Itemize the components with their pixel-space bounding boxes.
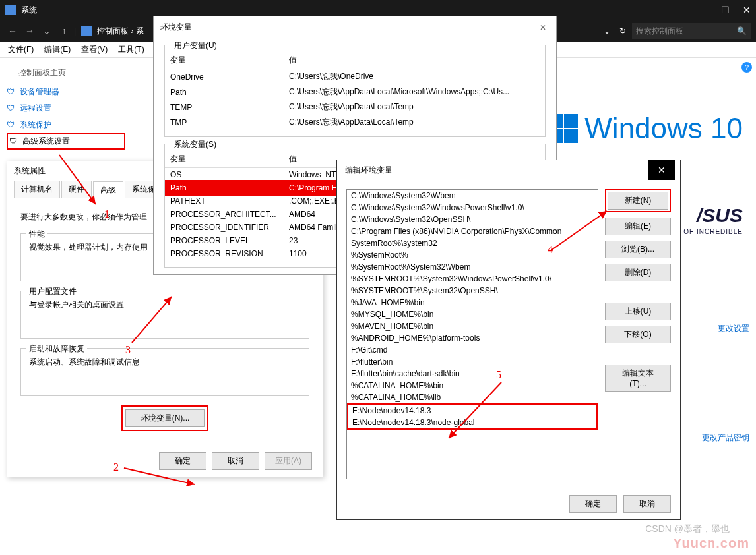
list-item[interactable]: E:\Node\nodev14.18.3 — [348, 405, 596, 417]
ok-button[interactable]: 确定 — [569, 495, 617, 513]
table-row[interactable]: TEMPC:\Users\忘我\AppData\Local\Temp — [165, 100, 545, 115]
close-icon[interactable]: ✕ — [536, 23, 550, 32]
tab-advanced[interactable]: 高级 — [93, 181, 123, 198]
list-item[interactable]: C:\Windows\System32\WindowsPowerShell\v1… — [347, 202, 598, 214]
window-title: 系统 — [21, 5, 699, 16]
edit-path-dialog: 编辑环境变量 ✕ C:\Windows\System32\WbemC:\Wind… — [336, 160, 681, 520]
list-item[interactable]: %JAVA_HOME%\bin — [347, 297, 598, 308]
profile-group: 用户配置文件 与登录帐户相关的桌面设置 — [20, 291, 309, 339]
annotation-2: 2 — [113, 461, 119, 473]
search-icon: 🔍 — [737, 26, 747, 36]
list-item[interactable]: C:\Program Files (x86)\NVIDIA Corporatio… — [347, 225, 598, 237]
annotation-4: 4 — [548, 244, 553, 256]
list-item[interactable]: SystemRoot%\system32 — [347, 237, 598, 249]
cancel-button[interactable]: 取消 — [623, 495, 671, 513]
startup-group: 启动和故障恢复 系统启动、系统故障和调试信息 — [20, 348, 309, 396]
shield-icon — [7, 120, 16, 131]
tab-hardware[interactable]: 硬件 — [61, 181, 92, 198]
annotation-1: 1 — [104, 208, 110, 220]
list-item[interactable]: F:\Git\cmd — [347, 344, 598, 356]
list-item[interactable]: %SYSTEMROOT%\System32\WindowsPowerShell\… — [347, 273, 598, 285]
move-up-button[interactable]: 上移(U) — [605, 303, 671, 320]
dialog-title: 编辑环境变量 — [342, 165, 648, 176]
refresh-button[interactable]: ↻ — [616, 26, 629, 36]
list-item[interactable]: %CATALINA_HOME%\lib — [347, 392, 598, 403]
edit-text-button[interactable]: 编辑文本(T)... — [605, 365, 671, 392]
sidebar-advanced-settings[interactable]: 高级系统设置 — [7, 133, 125, 150]
minimize-button[interactable]: — — [699, 5, 708, 15]
table-row[interactable]: TMPC:\Users\忘我\AppData\Local\Temp — [165, 115, 545, 130]
list-item[interactable]: %SYSTEMROOT%\System32\OpenSSH\ — [347, 285, 598, 297]
apply-button[interactable]: 应用(A) — [265, 452, 312, 470]
csdn-watermark: CSDN @墨者，墨也 — [645, 523, 730, 535]
up-button[interactable]: ↑ — [57, 26, 71, 36]
menu-file[interactable]: 文件(F) — [5, 43, 36, 57]
maximize-button[interactable]: ☐ — [721, 5, 730, 15]
table-row[interactable]: OneDriveC:\Users\忘我\OneDrive — [165, 69, 545, 84]
search-placeholder: 搜索控制面板 — [636, 26, 683, 37]
browse-button[interactable]: 浏览(B)... — [605, 241, 671, 258]
chevron-icon: ⌄ — [40, 26, 54, 36]
dialog-title: 环境变量 — [160, 22, 536, 33]
search-input[interactable]: 搜索控制面板 🔍 — [632, 23, 751, 39]
change-settings-link[interactable]: 更改设置 — [715, 323, 749, 334]
breadcrumb[interactable]: 控制面板 › 系 — [97, 26, 144, 37]
shield-icon — [9, 136, 18, 147]
sidebar-heading: 控制面板主页 — [18, 67, 125, 78]
list-item[interactable]: E:\Node\nodev14.18.3\node-global — [348, 417, 596, 428]
list-item[interactable]: %MYSQL_HOME%\bin — [347, 308, 598, 320]
shield-icon — [7, 87, 16, 98]
list-item[interactable]: F:\flutter\bin\cache\dart-sdk\bin — [347, 368, 598, 380]
forward-button[interactable]: → — [22, 26, 37, 36]
menu-view[interactable]: 查看(V) — [79, 43, 110, 57]
env-vars-button[interactable]: 环境变量(N)... — [125, 409, 205, 427]
edit-button[interactable]: 编辑(E) — [605, 218, 671, 235]
sidebar-protection[interactable]: 系统保护 — [7, 117, 125, 133]
sidebar-device-manager[interactable]: 设备管理器 — [7, 84, 125, 100]
back-button[interactable]: ← — [5, 26, 20, 36]
close-button[interactable]: ✕ — [648, 160, 675, 180]
list-item[interactable]: C:\Windows\System32\OpenSSH\ — [347, 214, 598, 225]
list-item[interactable]: %SystemRoot% — [347, 249, 598, 261]
shield-icon — [7, 103, 16, 114]
windows-logo-text: Windows 10 — [549, 112, 743, 145]
user-vars-table[interactable]: 变量值 OneDriveC:\Users\忘我\OneDrivePathC:\U… — [165, 52, 545, 130]
list-item[interactable]: %MAVEN_HOME%\bin — [347, 320, 598, 332]
menu-tools[interactable]: 工具(T) — [115, 43, 146, 57]
close-button[interactable]: ✕ — [743, 5, 751, 15]
path-list[interactable]: C:\Windows\System32\WbemC:\Windows\Syste… — [346, 189, 598, 479]
move-down-button[interactable]: 下移(O) — [605, 326, 671, 343]
dropdown-icon[interactable]: ⌄ — [600, 26, 614, 36]
annotation-3: 3 — [125, 344, 131, 356]
ok-button[interactable]: 确定 — [159, 452, 206, 470]
list-item[interactable]: %SystemRoot%\System32\Wbem — [347, 261, 598, 273]
list-item[interactable]: %ANDROID_HOME%\platform-tools — [347, 332, 598, 344]
delete-button[interactable]: 删除(D) — [605, 264, 671, 281]
list-item[interactable]: %CATALINA_HOME%\bin — [347, 380, 598, 392]
tab-computer-name[interactable]: 计算机名 — [14, 181, 60, 198]
system-icon — [5, 5, 16, 15]
list-item[interactable]: C:\Windows\System32\Wbem — [347, 190, 598, 202]
user-vars-group: 用户变量(U) 变量值 OneDriveC:\Users\忘我\OneDrive… — [164, 45, 546, 137]
watermark: Yuucn.com — [673, 536, 749, 551]
list-item[interactable]: F:\flutter\bin — [347, 356, 598, 368]
annotation-5: 5 — [496, 369, 501, 381]
table-row[interactable]: PathC:\Users\忘我\AppData\Local\Microsoft\… — [165, 84, 545, 100]
location-icon — [81, 26, 92, 36]
new-button[interactable]: 新建(N) — [608, 192, 668, 210]
product-key-link[interactable]: 更改产品密钥 — [699, 432, 749, 444]
menu-edit[interactable]: 编辑(E) — [42, 43, 73, 57]
asus-logo: /SUS — [697, 204, 743, 227]
cancel-button[interactable]: 取消 — [212, 452, 259, 470]
sidebar-remote[interactable]: 远程设置 — [7, 100, 125, 117]
